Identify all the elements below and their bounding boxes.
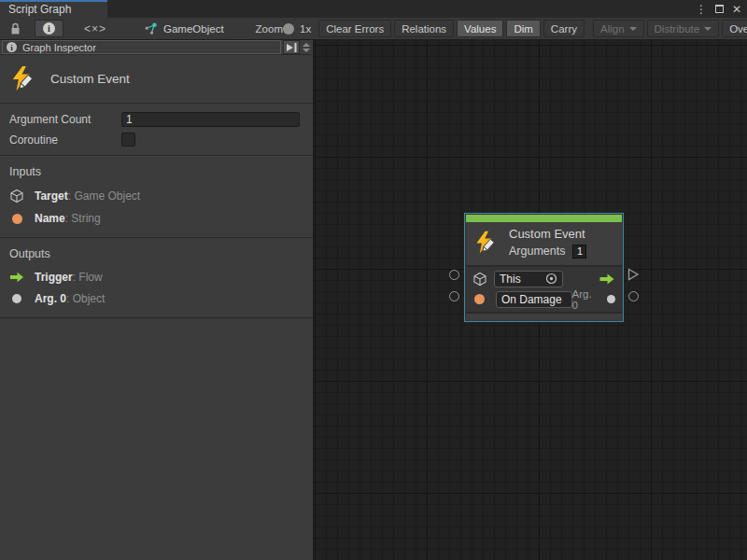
event-name-field[interactable]: On Damage [496, 291, 572, 308]
node-row-name: On Damage Arg. 0 [466, 289, 622, 310]
lock-button[interactable] [6, 20, 25, 37]
zoom-value: 1x [300, 23, 311, 35]
output-port-arg0[interactable] [628, 291, 639, 301]
flow-arrow-icon [599, 273, 615, 285]
window-menu-icon[interactable]: ⋮ [696, 4, 707, 15]
port-type: String [65, 212, 101, 225]
arrow-down-icon [303, 49, 310, 52]
port-type: Object [66, 292, 105, 305]
coroutine-row: Coroutine [9, 132, 313, 147]
tab-title: Script Graph [8, 3, 71, 16]
input-port-target[interactable] [449, 270, 459, 280]
port-type: Game Object [68, 189, 140, 203]
inputs-header: Inputs [9, 165, 313, 178]
graph-canvas[interactable]: Custom Event Arguments 1 [314, 40, 747, 560]
coroutine-checkbox[interactable] [121, 133, 135, 147]
node-row-target: This [466, 269, 622, 289]
arg0-label: Arg. 0 [572, 288, 601, 311]
argument-count-label: Argument Count [9, 113, 121, 126]
arguments-label: Arguments [509, 245, 565, 258]
object-dot-icon [607, 295, 615, 303]
dock-panel-button[interactable] [283, 40, 300, 54]
inspector-empty-area [0, 318, 313, 560]
output-trigger-row: Trigger Flow [9, 271, 313, 284]
graph-inspector-panel: i Graph Inspector [0, 40, 314, 560]
arrow-up-icon [303, 43, 310, 47]
window-close-icon[interactable]: ✕ [732, 4, 741, 15]
inputs-section: Inputs Target Game Object Name String [0, 156, 313, 238]
cube-icon [9, 189, 24, 203]
title-bar: Script Graph ⋮ ✕ [0, 0, 747, 18]
input-port-name[interactable] [449, 291, 459, 301]
lock-icon [9, 22, 21, 35]
inspector-toggle-button[interactable]: i [35, 20, 63, 37]
values-button[interactable]: Values [457, 20, 503, 37]
custom-event-node[interactable]: Custom Event Arguments 1 [464, 213, 624, 322]
cube-icon [472, 272, 487, 287]
tab-script-graph[interactable]: Script Graph [0, 0, 107, 18]
zoom-slider-handle[interactable] [283, 23, 294, 35]
align-label: Align [600, 23, 625, 35]
inspector-title: Graph Inspector [22, 42, 96, 53]
custom-event-icon [473, 231, 499, 256]
carry-button[interactable]: Carry [543, 20, 585, 37]
graph-toolbar: i <×> GameObject Zoom 1x Clear Errors Re… [0, 18, 747, 40]
target-value: This [500, 273, 521, 286]
port-name: Name [35, 212, 65, 225]
argument-count-row: Argument Count [9, 111, 313, 127]
overview-button[interactable]: Overv [722, 20, 747, 37]
object-picker-icon[interactable] [545, 273, 557, 285]
unit-title: Custom Event [50, 72, 130, 86]
inspector-header: i Graph Inspector [0, 40, 313, 55]
align-dropdown[interactable]: Align [593, 20, 644, 37]
panel-scroll-arrows[interactable] [300, 40, 313, 54]
unit-fields: Argument Count Coroutine [0, 104, 313, 156]
zoom-label: Zoom [256, 23, 283, 35]
node-title: Custom Event [509, 228, 586, 242]
output-port-trigger[interactable] [627, 268, 640, 281]
dim-button[interactable]: Dim [506, 20, 540, 37]
event-node-accent-bar [466, 215, 622, 222]
info-icon: i [7, 42, 17, 52]
port-name: Trigger [35, 271, 73, 284]
outputs-header: Outputs [9, 247, 313, 260]
arguments-count-field[interactable]: 1 [572, 245, 586, 259]
port-type: Flow [73, 271, 103, 284]
inspector-header-box: i Graph Inspector [2, 40, 281, 54]
node-body: This [466, 267, 622, 312]
clear-errors-button[interactable]: Clear Errors [318, 20, 391, 37]
output-arg0-row: Arg. 0 Object [9, 292, 313, 305]
gameobject-selector[interactable]: GameObject [144, 22, 224, 35]
toolbar-buttons: Clear Errors Relations Values Dim Carry … [318, 20, 747, 37]
custom-event-icon [9, 65, 37, 93]
code-view-button[interactable]: <×> [84, 22, 106, 35]
object-dot-icon [9, 294, 24, 303]
dock-icon [286, 42, 298, 53]
string-dot-icon [472, 294, 487, 304]
port-name: Arg. 0 [35, 292, 66, 305]
unit-title-block: Custom Event [0, 55, 313, 104]
target-object-field[interactable]: This [494, 271, 563, 287]
argument-count-input[interactable] [121, 112, 300, 127]
distribute-label: Distribute [655, 23, 700, 35]
node-footer [466, 312, 622, 320]
outputs-section: Outputs Trigger Flow Arg. 0 Object [0, 238, 313, 318]
window-maximize-icon[interactable] [715, 5, 724, 13]
string-dot-icon [9, 214, 24, 224]
window-controls: ⋮ ✕ [696, 0, 741, 18]
port-name: Target [35, 189, 68, 203]
active-tab-indicator [0, 0, 107, 2]
chevron-down-icon [629, 27, 637, 31]
input-target-row: Target Game Object [9, 189, 313, 203]
gameobject-label: GameObject [163, 23, 224, 35]
relations-button[interactable]: Relations [394, 20, 454, 37]
flow-arrow-icon [9, 272, 24, 283]
unity-window: Script Graph ⋮ ✕ i <×> G [0, 0, 747, 560]
chevron-down-icon [704, 27, 712, 31]
distribute-dropdown[interactable]: Distribute [647, 20, 720, 37]
event-name-value: On Damage [501, 293, 562, 306]
info-icon: i [43, 22, 55, 35]
input-name-row: Name String [9, 212, 313, 225]
node-header[interactable]: Custom Event Arguments 1 [466, 222, 622, 265]
script-graph-icon [144, 22, 158, 35]
